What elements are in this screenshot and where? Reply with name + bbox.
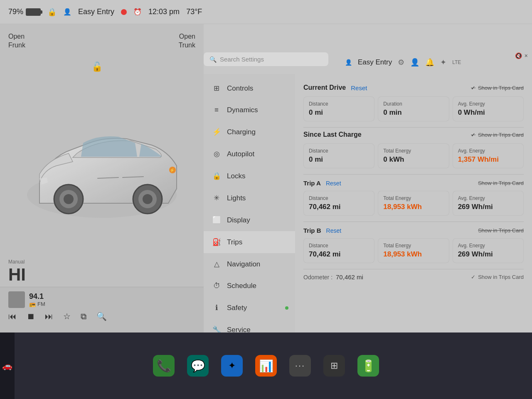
trip-a-avg-energy-label: Avg. Energy [458, 195, 518, 201]
search-placeholder: Search Settings [220, 56, 264, 63]
odometer-checkmark: ✓ [471, 274, 475, 280]
header-bell-icon[interactable]: 🔔 [425, 58, 434, 67]
car-icon[interactable]: 🚗 [2, 361, 12, 371]
trip-b-avg-energy-label: Avg. Energy [458, 243, 518, 249]
trip-b-avg-energy-value: 269 Wh/mi [458, 250, 518, 259]
menu-item-locks[interactable]: 🔒 Locks [204, 165, 295, 187]
svg-point-3 [64, 194, 74, 204]
schedule-label: Schedule [227, 282, 256, 290]
trip-a-reset[interactable]: Reset [326, 180, 341, 187]
trip-b-show-trips[interactable]: Show in Trips Card [478, 227, 524, 234]
current-avg-energy-value: 0 Wh/mi [458, 108, 518, 117]
checkmark-icon-2: ✓ [471, 132, 475, 138]
search-bar[interactable]: 🔍 Search Settings [204, 52, 328, 66]
trip-a-show-trips[interactable]: Show in Trips Card [478, 180, 524, 186]
trip-a-distance-box: Distance 70,462 mi [303, 191, 374, 216]
trip-b-total-energy-box: Total Energy 18,953 kWh [378, 238, 449, 263]
since-last-charge-show-trips[interactable]: ✓ Show in Trips Card [471, 132, 524, 138]
taskbar-table[interactable]: ⊞ [323, 355, 345, 377]
prev-track-button[interactable]: ⏮ [8, 312, 17, 321]
current-duration-label: Duration [383, 101, 443, 107]
controls-icon: ⊞ [212, 84, 221, 93]
since-last-charge-title: Since Last Charge [303, 131, 362, 138]
taskbar-more[interactable]: ··· [289, 355, 311, 377]
odometer-show-trips[interactable]: ✓ Show in Trips Card [471, 274, 524, 280]
current-avg-energy-box: Avg. Energy 0 Wh/mi [453, 96, 524, 121]
trip-b-distance-label: Distance [309, 243, 369, 249]
menu-item-dynamics[interactable]: ≡ Dynamics [204, 99, 295, 121]
next-track-button[interactable]: ⏭ [45, 312, 53, 321]
header-settings-icon[interactable]: ⚙ [398, 58, 404, 67]
menu-item-navigation[interactable]: △ Navigation [204, 253, 295, 275]
charge-avg-energy-box: Avg. Energy 1,357 Wh/mi [453, 143, 524, 168]
volume-close[interactable]: × [525, 52, 528, 59]
taskbar-battery[interactable]: 🔋 [357, 355, 379, 377]
favorite-button[interactable]: ☆ [63, 311, 71, 321]
menu-item-display[interactable]: ⬜ Display [204, 209, 295, 231]
odometer-row: Odometer : 70,462 mi ✓ Show in Trips Car… [303, 269, 524, 281]
stop-button[interactable]: ⏹ [27, 312, 35, 321]
menu-item-charging[interactable]: ⚡ Charging [204, 121, 295, 143]
trip-a-title: Trip A [303, 180, 321, 187]
menu-item-lights[interactable]: ✳ Lights [204, 187, 295, 209]
taskbar-bluetooth[interactable]: ✦ [221, 355, 243, 377]
current-drive-reset[interactable]: Reset [351, 84, 367, 91]
taskbar-phone[interactable]: 📞 [153, 355, 175, 377]
volume-icon[interactable]: 🔇 [515, 52, 522, 59]
open-frunk-button[interactable]: Open Frunk [8, 32, 25, 50]
settings-menu: ⊞ Controls ≡ Dynamics ⚡ Charging ◎ Autop… [204, 74, 295, 332]
lights-icon: ✳ [212, 194, 221, 202]
battery-percent: 79% [8, 7, 23, 16]
trip-b-reset[interactable]: Reset [326, 227, 342, 234]
music-station: 94.1 [29, 292, 45, 301]
recording-indicator [121, 9, 127, 15]
navigation-icon: △ [212, 260, 221, 268]
alarm-icon: ⏰ [133, 8, 142, 16]
service-label: Service [227, 326, 251, 333]
taskbar-messages[interactable]: 💬 [187, 355, 209, 377]
lights-label: Lights [227, 194, 246, 202]
trip-b-left: Trip B Reset [303, 227, 341, 234]
trip-a-total-energy-label: Total Energy [383, 195, 443, 201]
more-icon: ··· [289, 355, 311, 377]
header-profile-icon[interactable]: 👤 [410, 58, 419, 67]
header-bluetooth-icon[interactable]: ✦ [440, 58, 446, 67]
music-thumbnail [8, 291, 25, 308]
menu-item-autopilot[interactable]: ◎ Autopilot [204, 143, 295, 165]
battery-taskbar-icon: 🔋 [357, 355, 379, 377]
menu-item-safety[interactable]: ℹ Safety [204, 297, 295, 319]
divider-1 [303, 127, 524, 128]
menu-item-trips[interactable]: ⛽ Trips [204, 231, 295, 253]
equalizer-button[interactable]: ⧉ [81, 312, 86, 321]
current-drive-header: Current Drive Reset ✓ Show in Trips Card [303, 84, 524, 91]
safety-icon: ℹ [212, 303, 221, 312]
bluetooth-icon: ✦ [221, 355, 243, 377]
current-drive-show-trips[interactable]: ✓ Show in Trips Card [471, 85, 524, 91]
navigation-label: Navigation [227, 260, 260, 268]
chart-icon: 📊 [255, 355, 277, 377]
search-music-button[interactable]: 🔍 [96, 311, 107, 321]
menu-item-controls[interactable]: ⊞ Controls [204, 77, 295, 99]
menu-item-service[interactable]: 🔧 Service [204, 319, 295, 332]
header-wifi-icon[interactable]: LTE [452, 59, 461, 65]
charge-distance-label: Distance [309, 148, 369, 154]
status-time: 12:03 pm [148, 7, 180, 16]
trip-a-stats: Distance 70,462 mi Total Energy 18,953 k… [303, 191, 524, 216]
battery-indicator: 79% [8, 7, 41, 16]
display-icon: ⬜ [212, 216, 221, 224]
trip-a-avg-energy-value: 269 Wh/mi [458, 203, 518, 211]
taskbar-chart[interactable]: 📊 [255, 355, 277, 377]
checkmark-icon: ✓ [471, 85, 475, 91]
trips-icon: ⛽ [212, 238, 221, 246]
car-image: ⚡ [8, 57, 195, 283]
current-duration-box: Duration 0 min [378, 96, 449, 121]
trip-a-left: Trip A Reset [303, 180, 341, 187]
menu-item-schedule[interactable]: ⏱ Schedule [204, 275, 295, 297]
locks-icon: 🔒 [212, 172, 221, 180]
open-trunk-button[interactable]: Open Trunk [179, 32, 195, 50]
car-svg: ⚡ [15, 108, 189, 232]
music-station-info: 94.1 📻 FM [29, 292, 45, 307]
right-header: 👤 Easy Entry ⚙ 👤 🔔 ✦ LTE [341, 52, 532, 72]
autopilot-icon: ◎ [212, 150, 221, 158]
locks-label: Locks [227, 172, 245, 180]
